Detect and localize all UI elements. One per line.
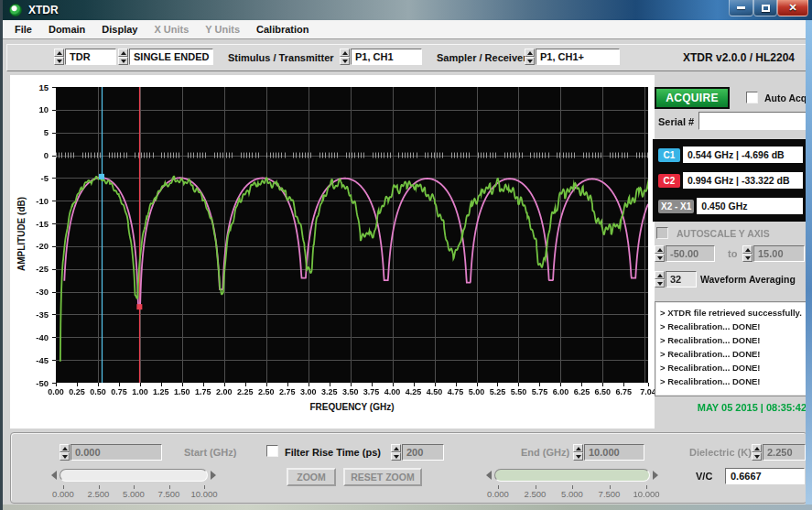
spin-field[interactable]: -50.00 — [666, 245, 715, 262]
y-tick-label: 5 — [17, 127, 49, 137]
x-tick-mark — [560, 383, 561, 386]
filter-rise-time-spinner[interactable]: 200 — [391, 444, 444, 461]
log-line: > Recalibration... DONE! — [660, 374, 803, 388]
log-panel[interactable]: > XTDR file retrieved successfully.> Rec… — [655, 301, 808, 396]
start-slider-left-arrow[interactable] — [51, 471, 57, 480]
menu-item-x-units: X Units — [146, 20, 197, 38]
menu-item-display[interactable]: Display — [93, 20, 146, 38]
start-spinner[interactable]: 0.000 — [60, 444, 162, 461]
cursor-row: C20.994 GHz | -33.322 dB — [658, 171, 803, 190]
spin-up-button[interactable] — [54, 49, 64, 57]
close-icon: ✕ — [788, 2, 796, 14]
ymax-spinner[interactable]: 15.00 — [742, 245, 805, 262]
x-tick-mark — [435, 383, 436, 386]
minimize-button[interactable] — [729, 0, 753, 16]
y-tick-mark — [52, 156, 56, 157]
spin-field[interactable]: 0.000 — [70, 444, 162, 461]
y-tick-mark — [52, 178, 56, 179]
x-tick-mark — [56, 383, 57, 386]
spin-field[interactable]: 200 — [402, 444, 444, 461]
spin-up-button[interactable] — [525, 49, 535, 57]
scale-label: 5.000 — [114, 489, 154, 499]
y-tick-mark — [52, 223, 56, 224]
acquire-button[interactable]: ACQUIRE — [655, 87, 730, 109]
stimulus-spinner[interactable]: P1, CH1 — [340, 49, 422, 65]
spin-field[interactable]: TDR — [65, 49, 116, 65]
spin-field[interactable]: 2.250 — [763, 444, 806, 461]
spin-up-button[interactable] — [573, 444, 583, 452]
y-tick-mark — [52, 110, 56, 111]
start-slider[interactable] — [60, 469, 208, 482]
end-slider-left-arrow[interactable] — [486, 471, 492, 480]
coupling-spinner[interactable]: SINGLE ENDED — [118, 49, 213, 65]
spin-field[interactable]: 10.000 — [584, 444, 644, 461]
x-tick-mark — [140, 383, 141, 386]
end-slider-right-arrow[interactable] — [653, 471, 658, 480]
maximize-button[interactable] — [753, 0, 777, 16]
menu-item-file[interactable]: File — [6, 20, 40, 38]
spin-field[interactable]: 15.00 — [753, 245, 805, 262]
filter-rise-time-checkbox[interactable] — [266, 445, 278, 457]
scale-label: 2.500 — [515, 489, 556, 499]
spin-up-button[interactable] — [340, 49, 350, 57]
spin-down-button[interactable] — [655, 254, 665, 262]
zoom-button[interactable]: ZOOM — [287, 468, 336, 486]
title-bar[interactable]: XTDR ✕ — [3, 0, 812, 20]
x-tick-mark — [497, 383, 498, 386]
autoscale-checkbox[interactable] — [656, 227, 668, 239]
end-slider-scale: 0.0002.5005.0007.50010.000 — [498, 485, 646, 502]
spin-field[interactable]: P1, CH1 — [351, 49, 422, 65]
reset-zoom-button[interactable]: RESET ZOOM — [343, 468, 422, 486]
scale-label: 0.000 — [478, 489, 518, 499]
x-tick-mark — [161, 383, 162, 386]
plot-panel: AMPLITUDE (dB) FREQUENCY (GHz) 151050-5-… — [10, 75, 655, 429]
averaging-spinner[interactable]: 32 — [655, 271, 697, 288]
x-tick-mark — [456, 383, 457, 386]
spin-down-button[interactable] — [573, 452, 583, 461]
spin-down-button[interactable] — [391, 452, 401, 461]
scale-label: 7.500 — [149, 489, 189, 499]
plot-canvas[interactable] — [56, 87, 648, 383]
spin-down-button[interactable] — [340, 57, 350, 65]
cursor-row: X2 - X10.450 GHz — [658, 197, 803, 215]
spin-down-button[interactable] — [752, 452, 762, 461]
vc-label: V/C — [696, 471, 712, 482]
spin-field[interactable]: SINGLE ENDED — [129, 49, 213, 65]
spin-field[interactable]: P1, CH1+ — [536, 49, 620, 65]
end-slider[interactable] — [494, 469, 650, 482]
spin-up-button[interactable] — [118, 49, 128, 57]
spin-up-button[interactable] — [655, 245, 665, 254]
dielectric-spinner[interactable]: 2.250 — [752, 444, 806, 461]
spin-down-button[interactable] — [525, 57, 535, 65]
y-tick-label: 15 — [17, 82, 49, 92]
spin-field[interactable]: 32 — [666, 271, 697, 288]
spin-up-button[interactable] — [655, 271, 665, 279]
ymin-spinner[interactable]: -50.00 — [655, 245, 715, 262]
sampler-spinner[interactable]: P1, CH1+ — [525, 49, 620, 65]
spin-down-button[interactable] — [742, 254, 752, 262]
end-spinner[interactable]: 10.000 — [573, 444, 644, 461]
auto-acquire-checkbox[interactable] — [746, 92, 758, 103]
x-tick-mark — [623, 383, 624, 386]
spin-down-button[interactable] — [655, 279, 665, 288]
scale-label: 2.500 — [79, 489, 119, 499]
spin-up-button[interactable] — [391, 444, 401, 452]
start-slider-right-arrow[interactable] — [211, 471, 216, 480]
close-button[interactable]: ✕ — [777, 0, 808, 16]
spin-up-button[interactable] — [742, 245, 752, 254]
spin-down-button[interactable] — [60, 452, 70, 461]
spin-up-button[interactable] — [752, 444, 762, 452]
x-tick-mark — [477, 383, 478, 386]
menu-item-domain[interactable]: Domain — [40, 20, 93, 38]
y-tick-mark — [52, 133, 56, 134]
spin-down-button[interactable] — [54, 57, 64, 65]
x-tick-mark — [393, 383, 394, 386]
spin-down-button[interactable] — [118, 57, 128, 65]
spin-up-button[interactable] — [60, 444, 70, 452]
mode-spinner[interactable]: TDR — [54, 49, 116, 65]
datetime-text: MAY 05 2015 | 08:35:42 — [644, 402, 807, 413]
serial-input[interactable] — [698, 112, 807, 130]
menu-item-calibration[interactable]: Calibration — [248, 20, 317, 38]
to-label: to — [728, 248, 737, 259]
y-tick-mark — [52, 292, 56, 293]
